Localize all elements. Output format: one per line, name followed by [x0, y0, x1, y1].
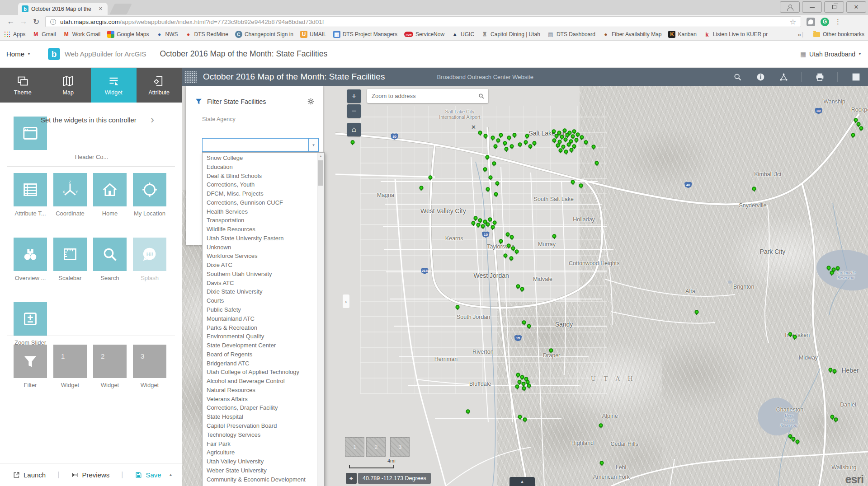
facility-marker[interactable]: [505, 147, 509, 151]
agency-option[interactable]: Education: [203, 163, 324, 172]
close-button[interactable]: ✕: [846, 1, 866, 13]
facility-marker[interactable]: [856, 122, 860, 126]
agency-option[interactable]: Courts: [203, 296, 324, 305]
scroll-up-icon[interactable]: ▲: [317, 153, 324, 159]
agency-option[interactable]: State Development Center: [203, 341, 324, 350]
facility-marker[interactable]: [506, 232, 510, 236]
facility-marker[interactable]: [563, 138, 567, 142]
facility-marker[interactable]: [481, 224, 485, 228]
facility-marker[interactable]: [566, 133, 570, 137]
agency-option[interactable]: Public Safety: [203, 305, 324, 314]
facility-marker[interactable]: [572, 144, 576, 148]
facility-marker[interactable]: [521, 382, 525, 386]
facility-marker[interactable]: [791, 437, 795, 441]
facility-marker[interactable]: [493, 144, 497, 148]
bookmark-item[interactable]: Apps: [4, 31, 25, 38]
chrome-menu-icon[interactable]: ⋮: [835, 18, 841, 26]
info-icon[interactable]: [756, 72, 765, 82]
print-icon[interactable]: [815, 72, 825, 82]
facility-marker[interactable]: [494, 192, 498, 196]
facility-marker[interactable]: [552, 234, 557, 238]
tab-close-icon[interactable]: ✕: [97, 5, 104, 13]
widget-placeholder-tile[interactable]: 3 Widget: [133, 345, 166, 388]
scrollbar-thumb[interactable]: [318, 160, 323, 186]
agency-option[interactable]: Capitol Preservation Board: [203, 421, 324, 430]
facility-marker[interactable]: [595, 161, 599, 165]
facility-marker[interactable]: [576, 132, 580, 136]
facility-marker[interactable]: [752, 187, 756, 191]
agency-option[interactable]: Veterans Affairs: [203, 395, 324, 404]
restore-button[interactable]: [824, 1, 844, 13]
builder-tab[interactable]: Attribute: [137, 68, 182, 103]
widget-tile[interactable]: Hi! Splash: [133, 238, 166, 281]
facility-marker[interactable]: [513, 133, 517, 137]
agency-option[interactable]: Dixie State University: [203, 287, 324, 296]
account-menu[interactable]: ▦ Utah Broadband ▼: [800, 51, 862, 58]
facility-marker[interactable]: [518, 415, 522, 419]
facility-marker[interactable]: [506, 243, 510, 248]
facility-marker[interactable]: [456, 305, 460, 309]
new-tab-button[interactable]: [109, 4, 132, 14]
facility-marker[interactable]: [528, 144, 533, 148]
agency-option[interactable]: Utah Valley University: [203, 457, 324, 466]
agency-option[interactable]: Corrections, Youth: [203, 180, 324, 189]
bookmark-star-icon[interactable]: ☆: [790, 18, 796, 26]
extension-icon[interactable]: [807, 18, 815, 26]
facility-marker[interactable]: [476, 223, 480, 227]
facility-marker[interactable]: [509, 256, 513, 260]
builder-tab[interactable]: Map: [46, 68, 91, 103]
chevron-right-icon[interactable]: ›: [151, 113, 154, 126]
facility-marker[interactable]: [552, 138, 557, 142]
facility-marker[interactable]: [488, 217, 492, 221]
address-search-input[interactable]: [367, 93, 474, 99]
facility-marker[interactable]: [549, 349, 553, 353]
facility-marker[interactable]: [478, 131, 482, 135]
dropdown-scrollbar[interactable]: ▲ ▼: [317, 153, 324, 486]
facility-marker[interactable]: [484, 134, 488, 138]
address-search-button[interactable]: [474, 89, 488, 103]
facility-marker[interactable]: [515, 384, 519, 388]
facility-marker[interactable]: [483, 167, 487, 171]
browser-tab[interactable]: b October 2016 Map of the ✕: [18, 3, 108, 15]
agency-option[interactable]: Workforce Services: [203, 252, 324, 261]
bookmark-item[interactable]: M Gmail: [32, 31, 56, 38]
widget-tile[interactable]: ZXY Coordinate: [53, 173, 87, 217]
facility-marker[interactable]: [552, 129, 556, 133]
facility-marker[interactable]: [510, 235, 514, 239]
agency-option[interactable]: Wildlife Resources: [203, 225, 324, 234]
facility-marker[interactable]: [570, 148, 574, 152]
agency-option[interactable]: Deaf & Blind Schools: [203, 172, 324, 181]
zoom-out-button[interactable]: −: [347, 104, 361, 118]
facility-marker[interactable]: [600, 461, 604, 465]
facility-marker[interactable]: [517, 380, 521, 384]
agency-option[interactable]: Davis ATC: [203, 279, 324, 288]
facility-marker[interactable]: [518, 142, 522, 146]
agency-option[interactable]: Fair Park: [203, 439, 324, 449]
search-icon[interactable]: [733, 72, 742, 82]
agency-option[interactable]: University of Utah: [203, 484, 324, 486]
map-widget-placeholder[interactable]: 1: [345, 437, 364, 457]
widget-tile[interactable]: Search: [93, 238, 127, 281]
map-canvas[interactable]: Salt Lake CitySalt Lake City Internation…: [182, 86, 868, 486]
zoom-in-button[interactable]: +: [347, 89, 361, 103]
agency-option[interactable]: State Hospital: [203, 412, 324, 421]
facility-marker[interactable]: [491, 136, 495, 140]
bookmarks-overflow-chevron[interactable]: »: [798, 31, 801, 38]
bookmark-item[interactable]: ▤ DTS Dashboard: [547, 31, 595, 38]
bookmark-item[interactable]: ▲ UGIC: [451, 31, 474, 38]
bookmark-item[interactable]: ● NWS: [156, 31, 178, 38]
facility-marker[interactable]: [828, 368, 832, 372]
combo-caret-icon[interactable]: ▼: [308, 139, 318, 151]
widget-tile[interactable]: Zoom Slider: [14, 302, 47, 346]
profile-button[interactable]: [780, 1, 800, 13]
facility-marker[interactable]: [499, 239, 503, 243]
agency-option[interactable]: Utah College of Applied Technology: [203, 368, 324, 377]
facility-marker[interactable]: [523, 417, 527, 421]
agency-option[interactable]: Alcohol and Beverage Control: [203, 377, 324, 386]
agency-option[interactable]: Utah State University Eastern: [203, 234, 324, 243]
home-extent-button[interactable]: ⌂: [347, 123, 361, 136]
facility-marker[interactable]: [558, 149, 562, 153]
facility-marker[interactable]: [556, 143, 560, 147]
facility-marker[interactable]: [496, 138, 500, 142]
widget-tile[interactable]: Scalebar: [53, 238, 87, 281]
